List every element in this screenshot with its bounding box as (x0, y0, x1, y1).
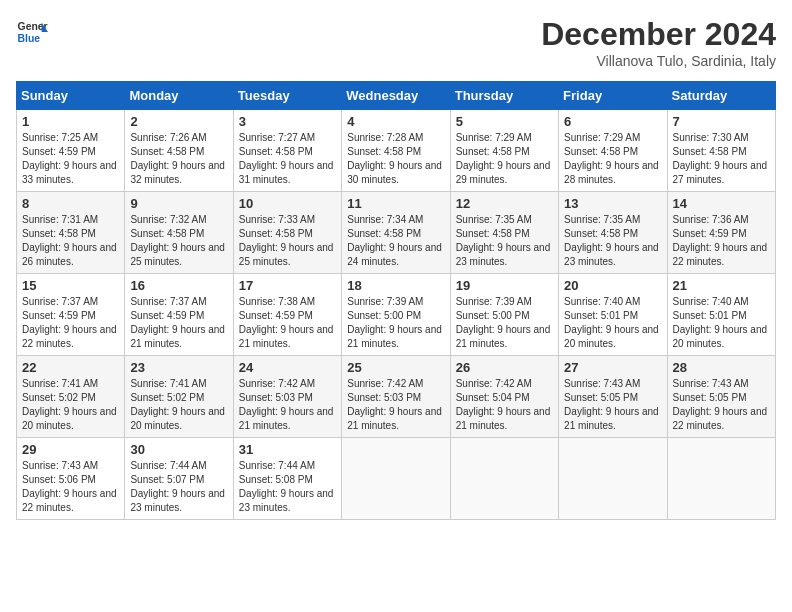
day-info: Sunrise: 7:37 AM Sunset: 4:59 PM Dayligh… (130, 295, 227, 351)
calendar-header-row: SundayMondayTuesdayWednesdayThursdayFrid… (17, 82, 776, 110)
day-cell: 2 Sunrise: 7:26 AM Sunset: 4:58 PM Dayli… (125, 110, 233, 192)
day-info: Sunrise: 7:35 AM Sunset: 4:58 PM Dayligh… (564, 213, 661, 269)
header-friday: Friday (559, 82, 667, 110)
day-number: 27 (564, 360, 661, 375)
day-info: Sunrise: 7:39 AM Sunset: 5:00 PM Dayligh… (456, 295, 553, 351)
day-cell: 8 Sunrise: 7:31 AM Sunset: 4:58 PM Dayli… (17, 192, 125, 274)
week-row-2: 8 Sunrise: 7:31 AM Sunset: 4:58 PM Dayli… (17, 192, 776, 274)
day-cell: 11 Sunrise: 7:34 AM Sunset: 4:58 PM Dayl… (342, 192, 450, 274)
day-number: 1 (22, 114, 119, 129)
day-info: Sunrise: 7:26 AM Sunset: 4:58 PM Dayligh… (130, 131, 227, 187)
day-info: Sunrise: 7:28 AM Sunset: 4:58 PM Dayligh… (347, 131, 444, 187)
day-cell: 1 Sunrise: 7:25 AM Sunset: 4:59 PM Dayli… (17, 110, 125, 192)
calendar-table: SundayMondayTuesdayWednesdayThursdayFrid… (16, 81, 776, 520)
day-number: 15 (22, 278, 119, 293)
week-row-5: 29 Sunrise: 7:43 AM Sunset: 5:06 PM Dayl… (17, 438, 776, 520)
day-cell: 12 Sunrise: 7:35 AM Sunset: 4:58 PM Dayl… (450, 192, 558, 274)
day-info: Sunrise: 7:36 AM Sunset: 4:59 PM Dayligh… (673, 213, 770, 269)
day-info: Sunrise: 7:29 AM Sunset: 4:58 PM Dayligh… (564, 131, 661, 187)
day-number: 14 (673, 196, 770, 211)
day-info: Sunrise: 7:43 AM Sunset: 5:05 PM Dayligh… (564, 377, 661, 433)
day-number: 10 (239, 196, 336, 211)
day-number: 2 (130, 114, 227, 129)
day-number: 9 (130, 196, 227, 211)
day-info: Sunrise: 7:33 AM Sunset: 4:58 PM Dayligh… (239, 213, 336, 269)
day-info: Sunrise: 7:42 AM Sunset: 5:03 PM Dayligh… (347, 377, 444, 433)
day-number: 17 (239, 278, 336, 293)
week-row-4: 22 Sunrise: 7:41 AM Sunset: 5:02 PM Dayl… (17, 356, 776, 438)
day-cell: 18 Sunrise: 7:39 AM Sunset: 5:00 PM Dayl… (342, 274, 450, 356)
day-info: Sunrise: 7:35 AM Sunset: 4:58 PM Dayligh… (456, 213, 553, 269)
day-cell: 20 Sunrise: 7:40 AM Sunset: 5:01 PM Dayl… (559, 274, 667, 356)
day-number: 28 (673, 360, 770, 375)
day-info: Sunrise: 7:37 AM Sunset: 4:59 PM Dayligh… (22, 295, 119, 351)
day-cell: 26 Sunrise: 7:42 AM Sunset: 5:04 PM Dayl… (450, 356, 558, 438)
day-info: Sunrise: 7:40 AM Sunset: 5:01 PM Dayligh… (564, 295, 661, 351)
day-cell (559, 438, 667, 520)
day-cell: 9 Sunrise: 7:32 AM Sunset: 4:58 PM Dayli… (125, 192, 233, 274)
month-title: December 2024 (541, 16, 776, 53)
week-row-3: 15 Sunrise: 7:37 AM Sunset: 4:59 PM Dayl… (17, 274, 776, 356)
day-info: Sunrise: 7:32 AM Sunset: 4:58 PM Dayligh… (130, 213, 227, 269)
day-cell: 5 Sunrise: 7:29 AM Sunset: 4:58 PM Dayli… (450, 110, 558, 192)
day-number: 30 (130, 442, 227, 457)
day-info: Sunrise: 7:41 AM Sunset: 5:02 PM Dayligh… (22, 377, 119, 433)
page-header: General Blue December 2024 Villanova Tul… (16, 16, 776, 69)
day-cell: 30 Sunrise: 7:44 AM Sunset: 5:07 PM Dayl… (125, 438, 233, 520)
day-cell: 25 Sunrise: 7:42 AM Sunset: 5:03 PM Dayl… (342, 356, 450, 438)
day-number: 3 (239, 114, 336, 129)
day-info: Sunrise: 7:29 AM Sunset: 4:58 PM Dayligh… (456, 131, 553, 187)
day-number: 13 (564, 196, 661, 211)
day-info: Sunrise: 7:40 AM Sunset: 5:01 PM Dayligh… (673, 295, 770, 351)
day-cell: 27 Sunrise: 7:43 AM Sunset: 5:05 PM Dayl… (559, 356, 667, 438)
day-cell: 31 Sunrise: 7:44 AM Sunset: 5:08 PM Dayl… (233, 438, 341, 520)
day-cell: 29 Sunrise: 7:43 AM Sunset: 5:06 PM Dayl… (17, 438, 125, 520)
day-info: Sunrise: 7:27 AM Sunset: 4:58 PM Dayligh… (239, 131, 336, 187)
day-info: Sunrise: 7:25 AM Sunset: 4:59 PM Dayligh… (22, 131, 119, 187)
title-block: December 2024 Villanova Tulo, Sardinia, … (541, 16, 776, 69)
day-cell: 3 Sunrise: 7:27 AM Sunset: 4:58 PM Dayli… (233, 110, 341, 192)
header-wednesday: Wednesday (342, 82, 450, 110)
svg-text:Blue: Blue (18, 33, 41, 44)
day-number: 7 (673, 114, 770, 129)
day-cell: 13 Sunrise: 7:35 AM Sunset: 4:58 PM Dayl… (559, 192, 667, 274)
day-cell: 22 Sunrise: 7:41 AM Sunset: 5:02 PM Dayl… (17, 356, 125, 438)
day-info: Sunrise: 7:43 AM Sunset: 5:06 PM Dayligh… (22, 459, 119, 515)
day-cell: 16 Sunrise: 7:37 AM Sunset: 4:59 PM Dayl… (125, 274, 233, 356)
day-cell: 15 Sunrise: 7:37 AM Sunset: 4:59 PM Dayl… (17, 274, 125, 356)
day-cell (450, 438, 558, 520)
day-info: Sunrise: 7:31 AM Sunset: 4:58 PM Dayligh… (22, 213, 119, 269)
day-number: 16 (130, 278, 227, 293)
location-subtitle: Villanova Tulo, Sardinia, Italy (541, 53, 776, 69)
day-cell: 7 Sunrise: 7:30 AM Sunset: 4:58 PM Dayli… (667, 110, 775, 192)
day-number: 21 (673, 278, 770, 293)
day-cell: 10 Sunrise: 7:33 AM Sunset: 4:58 PM Dayl… (233, 192, 341, 274)
day-number: 4 (347, 114, 444, 129)
day-cell: 23 Sunrise: 7:41 AM Sunset: 5:02 PM Dayl… (125, 356, 233, 438)
day-number: 29 (22, 442, 119, 457)
header-sunday: Sunday (17, 82, 125, 110)
day-number: 11 (347, 196, 444, 211)
day-info: Sunrise: 7:34 AM Sunset: 4:58 PM Dayligh… (347, 213, 444, 269)
logo-icon: General Blue (16, 16, 48, 48)
day-number: 26 (456, 360, 553, 375)
day-number: 5 (456, 114, 553, 129)
day-number: 20 (564, 278, 661, 293)
day-cell (667, 438, 775, 520)
day-number: 6 (564, 114, 661, 129)
day-cell: 19 Sunrise: 7:39 AM Sunset: 5:00 PM Dayl… (450, 274, 558, 356)
day-number: 12 (456, 196, 553, 211)
header-saturday: Saturday (667, 82, 775, 110)
day-cell: 24 Sunrise: 7:42 AM Sunset: 5:03 PM Dayl… (233, 356, 341, 438)
day-info: Sunrise: 7:42 AM Sunset: 5:04 PM Dayligh… (456, 377, 553, 433)
day-cell: 21 Sunrise: 7:40 AM Sunset: 5:01 PM Dayl… (667, 274, 775, 356)
day-number: 19 (456, 278, 553, 293)
day-number: 8 (22, 196, 119, 211)
day-number: 23 (130, 360, 227, 375)
logo: General Blue (16, 16, 48, 48)
week-row-1: 1 Sunrise: 7:25 AM Sunset: 4:59 PM Dayli… (17, 110, 776, 192)
day-cell (342, 438, 450, 520)
day-info: Sunrise: 7:44 AM Sunset: 5:08 PM Dayligh… (239, 459, 336, 515)
day-info: Sunrise: 7:38 AM Sunset: 4:59 PM Dayligh… (239, 295, 336, 351)
day-info: Sunrise: 7:42 AM Sunset: 5:03 PM Dayligh… (239, 377, 336, 433)
